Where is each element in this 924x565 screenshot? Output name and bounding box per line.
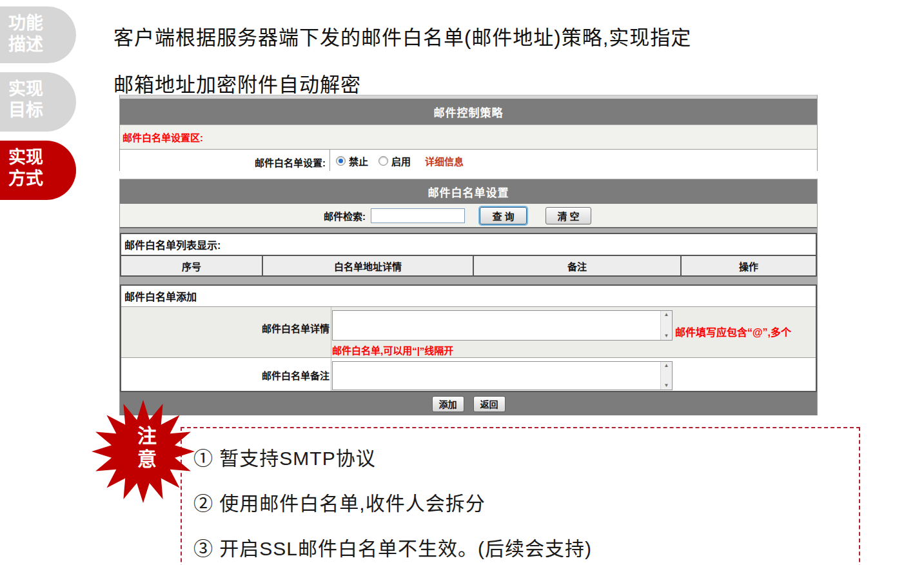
textarea-scrollbar[interactable]: ▲ ▼ [660, 311, 672, 340]
section-divider [120, 277, 817, 284]
whitelist-detail-textarea[interactable]: ▲ ▼ [332, 310, 673, 341]
panel-gap [119, 171, 818, 179]
scroll-up-icon[interactable]: ▲ [664, 363, 669, 368]
mail-policy-form: 邮件控制策略 邮件白名单设置区: 邮件白名单设置: 禁止 启用 详细信息 邮件白… [119, 95, 818, 415]
mail-whitelist-header: 邮件白名单设置 [120, 179, 817, 204]
whitelist-list-section: 邮件白名单列表显示: 序号 白名单地址详情 备注 操作 [120, 233, 817, 277]
add-button[interactable]: 添加 [432, 396, 464, 412]
whitelist-detail-note: 邮件填写应包含“@”,多个 [675, 324, 791, 339]
mail-control-policy-panel: 邮件控制策略 邮件白名单设置区: 邮件白名单设置: 禁止 启用 详细信息 [119, 95, 818, 171]
notice-item-3: ③ 开启SSL邮件白名单不生效。(后续会支持) [193, 533, 859, 561]
mail-search-label: 邮件检索: [324, 209, 366, 223]
sidebar-item-implementation[interactable]: 实现方式 [0, 141, 76, 200]
page-title-line2: 邮箱地址加密附件自动解密 [113, 68, 361, 97]
sidebar-item-goal[interactable]: 实现目标 [0, 72, 76, 132]
detail-info-link[interactable]: 详细信息 [425, 154, 464, 168]
disable-radio-label: 禁止 [349, 154, 368, 168]
enable-radio[interactable] [378, 156, 388, 166]
back-button[interactable]: 返回 [473, 396, 506, 412]
form-action-bar: 添加 返回 [120, 392, 817, 415]
sidebar-item-label: 功能描述 [8, 13, 47, 55]
notice-item-1: ① 暂支持SMTP协议 [193, 442, 859, 471]
scroll-up-icon[interactable]: ▲ [664, 312, 669, 317]
mail-whitelist-panel: 邮件白名单设置 邮件检索: 查 询 清 空 邮件白名单列表显示: 序号 白名单地… [119, 179, 818, 415]
whitelist-remark-row: 邮件白名单备注 ▲ ▼ [121, 357, 816, 391]
whitelist-add-title: 邮件白名单添加 [121, 286, 816, 307]
mail-control-policy-header: 邮件控制策略 [120, 99, 817, 124]
column-header-remark: 备注 [474, 256, 682, 275]
whitelist-detail-label: 邮件白名单详情 [121, 307, 331, 357]
disable-radio[interactable] [336, 156, 346, 166]
sidebar-item-label: 实现目标 [8, 79, 47, 121]
whitelist-table-header: 序号 白名单地址详情 备注 操作 [121, 255, 816, 275]
whitelist-remark-label: 邮件白名单备注 [121, 358, 331, 391]
enable-radio-label: 启用 [391, 154, 411, 168]
whitelist-detail-row: 邮件白名单详情 ▲ ▼ 邮件白名单,可以用“|”线隔开 邮件填写应包含“@”,多… [121, 307, 816, 357]
whitelist-remark-textarea[interactable]: ▲ ▼ [332, 361, 673, 390]
clear-button[interactable]: 清 空 [546, 207, 591, 224]
column-header-index: 序号 [121, 256, 263, 275]
sidebar-item-feature-description[interactable]: 功能描述 [0, 6, 76, 63]
query-button[interactable]: 查 询 [480, 207, 527, 224]
mail-search-row: 邮件检索: 查 询 清 空 [120, 204, 817, 228]
page-title-line1: 客户端根据服务器端下发的邮件白名单(邮件地址)策略,实现指定 [113, 21, 691, 50]
whitelist-setting-row: 邮件白名单设置: 禁止 启用 详细信息 [120, 149, 817, 171]
whitelist-add-section: 邮件白名单添加 邮件白名单详情 ▲ ▼ 邮件白名单,可以用“|”线隔开 邮件填写… [120, 284, 817, 392]
whitelist-zone-label: 邮件白名单设置区: [120, 124, 817, 149]
whitelist-setting-value: 禁止 启用 详细信息 [330, 150, 817, 171]
scroll-down-icon[interactable]: ▼ [664, 333, 669, 339]
sidebar-item-label: 实现方式 [8, 147, 47, 190]
whitelist-remark-value: ▲ ▼ [331, 358, 816, 391]
notice-item-2: ② 使用邮件白名单,收件人会拆分 [193, 488, 859, 516]
section-divider [120, 228, 817, 233]
notice-box: ① 暂支持SMTP协议 ② 使用邮件白名单,收件人会拆分 ③ 开启SSL邮件白名… [181, 427, 860, 565]
whitelist-detail-hint: 邮件白名单,可以用“|”线隔开 [332, 343, 816, 357]
textarea-scrollbar[interactable]: ▲ ▼ [660, 362, 672, 390]
whitelist-setting-label: 邮件白名单设置: [120, 150, 330, 171]
column-header-action: 操作 [682, 256, 816, 275]
column-header-address: 白名单地址详情 [263, 256, 474, 275]
whitelist-list-title: 邮件白名单列表显示: [121, 234, 816, 255]
slide-page: 功能描述 实现目标 实现方式 客户端根据服务器端下发的邮件白名单(邮件地址)策略… [0, 0, 924, 565]
scroll-down-icon[interactable]: ▼ [664, 383, 669, 388]
notice-badge-label: 注意 [131, 426, 159, 472]
mail-search-input[interactable] [371, 208, 465, 223]
